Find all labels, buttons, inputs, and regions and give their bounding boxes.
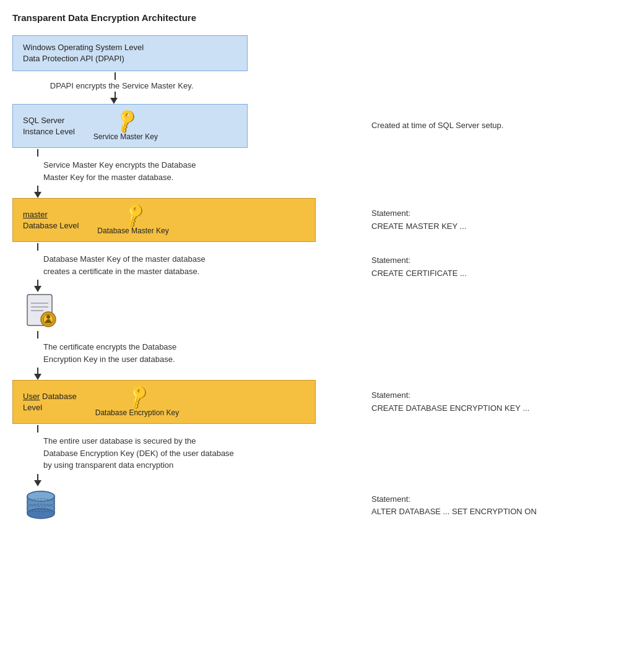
- sql-key-label: Service Master Key: [93, 132, 158, 141]
- sql-left: SQL Server Instance Level 🔑 Service Mast…: [12, 104, 359, 148]
- arrow4-line2c: database.: [139, 355, 175, 364]
- user-db-box: User Database Level 🔑 Database Encryptio…: [12, 380, 316, 424]
- arrow5-head: [34, 480, 41, 486]
- os-row: Windows Operating System Level Data Prot…: [12, 35, 605, 71]
- user-db-row: User Database Level 🔑 Database Encryptio…: [12, 380, 605, 424]
- sql-key-group: 🔑 Service Master Key: [93, 111, 158, 141]
- arrow4-line-top: [37, 331, 38, 338]
- user-db-label: User Database Level: [23, 391, 77, 413]
- sql-key-icon: 🔑: [112, 107, 141, 136]
- sql-box: SQL Server Instance Level 🔑 Service Mast…: [12, 104, 248, 148]
- master-label-1: master: [23, 210, 48, 219]
- database-icon: [22, 486, 59, 523]
- sql-box-label: SQL Server Instance Level: [23, 115, 75, 137]
- svg-point-10: [27, 509, 54, 519]
- arrow3-annotation: Statement: CREATE CERTIFICATE ...: [359, 254, 605, 280]
- arrow1-row: DPAPI encrypts the Service Master Key.: [12, 71, 605, 104]
- os-box-label: Windows Operating System Level Data Prot…: [23, 42, 144, 64]
- arrow2-line2b: master: [111, 173, 136, 182]
- arrow2-row: Service Master Key encrypts the Database…: [12, 148, 605, 198]
- arrow5-line3: by using transparent data encryption: [43, 460, 173, 470]
- master-left: master Database Level 🔑 Database Master …: [12, 198, 359, 242]
- arrow5-line1b: user: [82, 436, 97, 446]
- arrow3-head: [34, 286, 41, 292]
- arrow3-line1a: Database Master Key of the: [43, 254, 143, 264]
- arrow4-text: The certificate encrypts the Database En…: [43, 341, 176, 365]
- arrow3-line1b: master: [145, 254, 170, 264]
- arrow5-line-bottom: [37, 474, 38, 480]
- master-row: master Database Level 🔑 Database Master …: [12, 198, 605, 242]
- user-db-key-label: Database Encryption Key: [95, 408, 179, 417]
- diagram: Windows Operating System Level Data Prot…: [12, 35, 605, 525]
- arrow3-text: Database Master Key of the master databa…: [43, 253, 206, 277]
- user-db-key-group: 🔑 Database Encryption Key: [95, 387, 179, 417]
- cert-icon-wrapper: ★: [12, 292, 359, 330]
- user-db-ann-1: Statement:: [371, 389, 605, 402]
- cert-left: ★: [12, 292, 359, 330]
- arrow3-line2a: creates a certificate in the: [43, 267, 135, 276]
- arrow4-line2a: Encryption Key in the: [43, 355, 119, 364]
- db-annotation: Statement: ALTER DATABASE ... SET ENCRYP…: [359, 493, 605, 519]
- arrow5-row: The entire user database is secured by t…: [12, 424, 605, 486]
- user-db-left: User Database Level 🔑 Database Encryptio…: [12, 380, 359, 424]
- arrow3-line2c: database.: [164, 267, 199, 276]
- arrow1-left: DPAPI encrypts the Service Master Key.: [12, 71, 359, 104]
- arrow3-ann-1: Statement:: [371, 254, 605, 267]
- arrow3-line2b: master: [137, 267, 162, 276]
- arrow3-row: Database Master Key of the master databa…: [12, 242, 605, 292]
- page-title: Transparent Data Encryption Architecture: [12, 12, 605, 23]
- certificate-icon: ★: [25, 292, 61, 328]
- arrow1-label: DPAPI encrypts the Service Master Key.: [50, 81, 193, 90]
- db-ann-1: Statement:: [371, 493, 605, 506]
- arrow5-line2: Database Encryption Key (DEK) of the use…: [43, 449, 234, 458]
- user-db-label-1: User: [23, 392, 40, 401]
- master-box-label: master Database Level: [23, 209, 79, 231]
- arrow5-left: The entire user database is secured by t…: [12, 424, 359, 486]
- user-db-label-3: Level: [23, 402, 77, 413]
- arrow4-line-bottom: [37, 368, 38, 374]
- master-label-2: Database Level: [23, 220, 79, 231]
- os-label-1: Windows Operating System Level: [23, 42, 144, 53]
- master-key-label: Database Master Key: [97, 226, 168, 235]
- arrow2-line1: Service Master Key encrypts the Database: [43, 160, 196, 170]
- master-box: master Database Level 🔑 Database Master …: [12, 198, 316, 242]
- arrow1-line-top: [115, 72, 116, 80]
- arrow4-line2b: user: [121, 355, 137, 364]
- arrow2-left: Service Master Key encrypts the Database…: [12, 148, 359, 198]
- arrow4-left: The certificate encrypts the Database En…: [12, 330, 359, 380]
- sql-annotation: Created at time of SQL Server setup.: [359, 119, 605, 132]
- sql-label-2: Instance Level: [23, 126, 75, 137]
- arrow1-text: DPAPI encrypts the Service Master Key.: [43, 81, 193, 90]
- master-ann-2: CREATE MASTER KEY ...: [371, 220, 605, 233]
- arrow2-text: Service Master Key encrypts the Database…: [43, 159, 196, 183]
- os-left: Windows Operating System Level Data Prot…: [12, 35, 359, 71]
- cert-row: ★: [12, 292, 605, 330]
- arrow4-head: [34, 374, 41, 380]
- arrow1-line-bottom: [115, 92, 116, 98]
- user-db-annotation: Statement: CREATE DATABASE ENCRYPTION KE…: [359, 389, 605, 415]
- arrow5-line-top: [37, 425, 38, 433]
- db-row: Statement: ALTER DATABASE ... SET ENCRYP…: [12, 486, 605, 525]
- db-ann-2: ALTER DATABASE ... SET ENCRYPTION ON: [371, 506, 605, 519]
- arrow2-head: [34, 192, 41, 198]
- user-db-label-2: Database: [42, 392, 77, 401]
- sql-annotation-text: Created at time of SQL Server setup.: [371, 121, 503, 130]
- arrow3-line-top: [37, 243, 38, 251]
- sql-label-1: SQL Server: [23, 115, 75, 126]
- arrow3-ann-2: CREATE CERTIFICATE ...: [371, 267, 605, 280]
- arrow2-line-top: [37, 149, 38, 157]
- arrow3-left: Database Master Key of the master databa…: [12, 242, 359, 292]
- user-db-key-icon: 🔑: [124, 383, 153, 411]
- arrow3-line1c: database: [172, 254, 206, 264]
- arrow5-line1a: The entire: [43, 436, 80, 446]
- db-icon-wrapper: [12, 486, 359, 525]
- arrow5-text: The entire user database is secured by t…: [43, 435, 234, 472]
- os-label-2: Data Protection API (DPAPI): [23, 53, 144, 64]
- master-annotation: Statement: CREATE MASTER KEY ...: [359, 207, 605, 233]
- arrow3-line-bottom: [37, 280, 38, 286]
- user-db-ann-2: CREATE DATABASE ENCRYPTION KEY ...: [371, 402, 605, 415]
- os-box: Windows Operating System Level Data Prot…: [12, 35, 248, 71]
- arrow4-line1: The certificate encrypts the Database: [43, 342, 176, 351]
- arrow2-line2a: Master Key for the: [43, 173, 109, 182]
- master-key-group: 🔑 Database Master Key: [97, 205, 168, 235]
